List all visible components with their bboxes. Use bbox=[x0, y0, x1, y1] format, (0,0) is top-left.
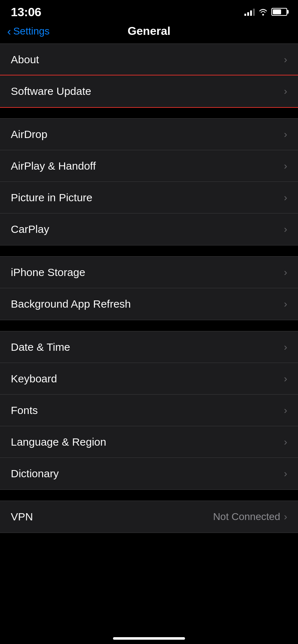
signal-bars-icon bbox=[244, 8, 255, 16]
chevron-right-icon: › bbox=[284, 160, 287, 172]
row-airplay-handoff[interactable]: AirPlay & Handoff › bbox=[0, 150, 298, 182]
section-connectivity: AirDrop › AirPlay & Handoff › Picture in… bbox=[0, 118, 298, 245]
nav-bar: ‹ Settings General bbox=[0, 22, 298, 43]
chevron-right-icon: › bbox=[284, 54, 287, 65]
chevron-right-icon: › bbox=[284, 373, 287, 385]
row-label-iphone-storage: iPhone Storage bbox=[11, 266, 85, 279]
row-about[interactable]: About › bbox=[0, 44, 298, 75]
vpn-status: Not Connected bbox=[213, 511, 280, 523]
chevron-right-icon: › bbox=[284, 468, 287, 479]
page-title: General bbox=[127, 24, 170, 38]
row-label-airplay-handoff: AirPlay & Handoff bbox=[11, 160, 96, 172]
chevron-right-icon: › bbox=[284, 192, 287, 203]
row-fonts[interactable]: Fonts › bbox=[0, 395, 298, 426]
status-time: 13:06 bbox=[11, 5, 41, 19]
home-indicator-area bbox=[0, 544, 298, 565]
section-about: About › Software Update › bbox=[0, 43, 298, 107]
row-label-language-region: Language & Region bbox=[11, 436, 106, 448]
row-label-carplay: CarPlay bbox=[11, 223, 49, 235]
row-label-date-time: Date & Time bbox=[11, 341, 70, 353]
row-label-picture-in-picture: Picture in Picture bbox=[11, 192, 92, 204]
chevron-right-icon: › bbox=[284, 511, 287, 523]
chevron-right-icon: › bbox=[284, 129, 287, 140]
status-icons bbox=[244, 8, 287, 16]
row-background-app-refresh[interactable]: Background App Refresh › bbox=[0, 288, 298, 320]
back-chevron-icon: ‹ bbox=[7, 26, 11, 37]
chevron-right-icon: › bbox=[284, 436, 287, 448]
row-label-vpn: VPN bbox=[11, 511, 33, 523]
row-picture-in-picture[interactable]: Picture in Picture › bbox=[0, 182, 298, 213]
row-date-time[interactable]: Date & Time › bbox=[0, 331, 298, 363]
row-label-background-app-refresh: Background App Refresh bbox=[11, 298, 131, 310]
wifi-icon bbox=[258, 8, 268, 15]
section-vpn: VPN Not Connected › bbox=[0, 501, 298, 533]
chevron-right-icon: › bbox=[284, 86, 287, 97]
chevron-right-icon: › bbox=[284, 298, 287, 310]
row-label-keyboard: Keyboard bbox=[11, 373, 57, 385]
status-bar: 13:06 bbox=[0, 0, 298, 22]
row-carplay[interactable]: CarPlay › bbox=[0, 213, 298, 245]
row-dictionary[interactable]: Dictionary › bbox=[0, 458, 298, 489]
row-label-fonts: Fonts bbox=[11, 404, 38, 417]
row-label-airdrop: AirDrop bbox=[11, 128, 48, 141]
row-label-about: About bbox=[11, 54, 39, 66]
chevron-right-icon: › bbox=[284, 224, 287, 235]
row-label-dictionary: Dictionary bbox=[11, 468, 59, 480]
chevron-right-icon: › bbox=[284, 405, 287, 416]
chevron-right-icon: › bbox=[284, 267, 287, 278]
battery-icon bbox=[271, 8, 287, 16]
chevron-right-icon: › bbox=[284, 341, 287, 353]
back-button[interactable]: ‹ Settings bbox=[7, 26, 50, 37]
row-language-region[interactable]: Language & Region › bbox=[0, 426, 298, 458]
row-keyboard[interactable]: Keyboard › bbox=[0, 363, 298, 395]
row-vpn[interactable]: VPN Not Connected › bbox=[0, 501, 298, 533]
row-software-update[interactable]: Software Update › bbox=[0, 75, 298, 107]
row-label-software-update: Software Update bbox=[11, 85, 91, 97]
back-label: Settings bbox=[13, 26, 50, 37]
home-indicator bbox=[113, 637, 185, 640]
row-airdrop[interactable]: AirDrop › bbox=[0, 119, 298, 150]
section-storage: iPhone Storage › Background App Refresh … bbox=[0, 256, 298, 320]
section-locale: Date & Time › Keyboard › Fonts › Languag… bbox=[0, 331, 298, 490]
row-iphone-storage[interactable]: iPhone Storage › bbox=[0, 257, 298, 288]
